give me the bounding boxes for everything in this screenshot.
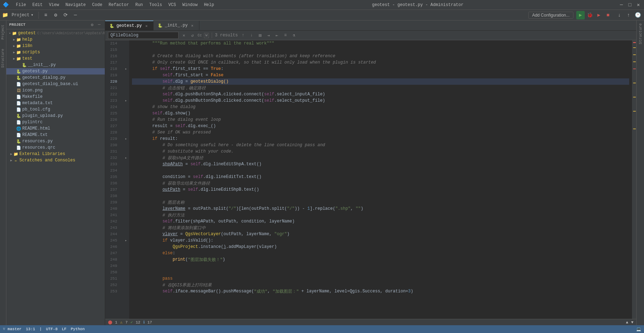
plugin-upload-icon: 🐍 <box>16 113 21 118</box>
gutter-247 <box>123 250 129 256</box>
whole-word-icon[interactable]: W <box>204 33 209 38</box>
tree-item-i18n[interactable]: ▶ 📁 i18n <box>6 43 105 49</box>
ln-248: 248 <box>105 256 120 263</box>
tree-item-test[interactable]: ▶ 📁 test <box>6 55 105 62</box>
tree-item-init[interactable]: ▶ 🐍 __init__.py <box>6 62 105 68</box>
root-expand-arrow: ▾ <box>8 31 12 35</box>
next-result-icon[interactable]: ↓ <box>248 32 255 38</box>
panel-minimize-icon[interactable]: ─ <box>96 22 102 28</box>
tree-item-pylintrc[interactable]: ▶ 📄 pylintrc <box>6 119 105 125</box>
vcs-update-button[interactable]: ↓ <box>615 11 624 19</box>
ln-214: 214 <box>105 40 120 47</box>
code-line-217: # Only create GUI ONCE in callback, so t… <box>132 59 629 66</box>
add-configuration-button[interactable]: Add Configuration... <box>528 12 573 19</box>
case-sensitive-icon[interactable]: Cc <box>198 34 202 37</box>
stop-button[interactable]: ■ <box>604 11 612 19</box>
tree-item-readme-txt[interactable]: ▶ 📄 README.txt <box>6 132 105 138</box>
code-line-228: # See if OK was pressed <box>132 129 629 136</box>
ln-246: 246 <box>105 244 120 250</box>
warning-indicator-5 <box>633 97 636 97</box>
search-close-icon[interactable]: ✕ <box>181 32 187 38</box>
tree-item-geotest-dialog[interactable]: ▶ 🐍 geotest_dialog.py <box>6 75 105 81</box>
sync-button[interactable]: ⟳ <box>61 11 70 19</box>
menu-window[interactable]: Window <box>180 2 200 8</box>
tree-item-icon[interactable]: ▶ 🖼 icon.png <box>6 87 105 94</box>
menu-run[interactable]: Run <box>132 2 146 8</box>
git-branch[interactable]: ⑂ master <box>3 327 22 331</box>
tree-item-resources-qrc[interactable]: ▶ 📄 resources.qrc <box>6 144 105 151</box>
minimize-button[interactable]: ─ <box>619 2 624 8</box>
tab-geotest-py[interactable]: 🐍 geotest.py ✕ <box>105 20 154 30</box>
tab-init-py[interactable]: 🐍 _init_.py ✕ <box>154 21 199 30</box>
tree-item-geotest[interactable]: ▶ 🐍 geotest.py <box>6 68 105 75</box>
project-side-tab[interactable]: Project <box>0 22 6 42</box>
tree-item-readme-html[interactable]: ▶ 🌐 README.html <box>6 125 105 132</box>
tab-geotest-close[interactable]: ✕ <box>144 23 149 28</box>
minimize-panel-button[interactable]: ─ <box>71 11 80 19</box>
close-button[interactable]: ✕ <box>636 2 641 8</box>
expand-icon[interactable]: ▲ <box>626 320 628 325</box>
menu-navigate[interactable]: Navigate <box>62 2 89 8</box>
tab-init-close[interactable]: ✕ <box>190 23 195 28</box>
collapse-all-button[interactable]: ≡ <box>42 11 50 19</box>
advanced-search-icon[interactable]: ⚗ <box>291 32 297 38</box>
warning-indicator-2 <box>633 54 636 55</box>
tree-item-resources-py[interactable]: ▶ 🐍 resources.py <box>6 138 105 144</box>
panel-gear-icon[interactable]: ⚙ <box>89 22 95 28</box>
structure-tab[interactable]: Structure <box>637 20 644 47</box>
code-content[interactable]: """Run method that performs all the real… <box>129 40 632 319</box>
menu-refactor[interactable]: Refactor <box>106 2 132 8</box>
gutter-217 <box>123 59 129 66</box>
title-bar: 🔷 File Edit View Navigate Code Refactor … <box>0 0 644 10</box>
search-input[interactable] <box>108 32 179 39</box>
menu-view[interactable]: View <box>46 2 62 8</box>
tree-root-item[interactable]: ▾ 📁 geotest C:\Users\Administrator\AppDa… <box>6 30 105 36</box>
ln-228: 228 <box>105 129 120 136</box>
menu-edit[interactable]: Edit <box>30 2 46 8</box>
tree-item-metadata[interactable]: ▶ 📄 metadata.txt <box>6 100 105 106</box>
gutter-219 <box>123 72 129 78</box>
run-button[interactable]: ▶ <box>576 11 585 19</box>
error-summary-panel <box>632 40 636 42</box>
gutter-231 <box>123 148 129 155</box>
run-with-coverage-button[interactable]: ▶ <box>595 11 603 19</box>
menu-tools[interactable]: Tools <box>146 2 165 8</box>
debug-button[interactable]: 🐞 <box>585 11 594 19</box>
tree-item-ui[interactable]: ▶ 📄 geotest_dialog_base.ui <box>6 81 105 87</box>
tree-item-external-libs[interactable]: ▶ 📁 External Libraries <box>6 151 105 157</box>
code-line-229: if result: <box>132 136 629 142</box>
collapse-icon[interactable]: ▼ <box>631 320 633 325</box>
vcs-commit-button[interactable]: ↑ <box>624 11 633 19</box>
warning-count-icon: ⚠ <box>120 320 123 325</box>
test-folder-icon: 📁 <box>16 56 21 61</box>
search-prev-icon[interactable]: ↺ <box>189 32 195 38</box>
menu-vcs[interactable]: VCS <box>165 2 179 8</box>
tree-item-makefile[interactable]: ▶ 📄 Makefile <box>6 94 105 100</box>
vcs-history-button[interactable]: 🕐 <box>633 11 642 19</box>
ln-236: 236 <box>105 180 120 186</box>
readme-txt-icon: 📄 <box>16 132 21 137</box>
menu-code[interactable]: Code <box>89 2 105 8</box>
ln-234: 234 <box>105 167 120 174</box>
menu-file[interactable]: File <box>13 2 29 8</box>
tree-item-help[interactable]: ▶ 📁 help <box>6 36 105 43</box>
i18n-folder-icon: 📁 <box>16 43 21 48</box>
file-encoding[interactable]: UTF-8 <box>46 327 58 331</box>
line-ending[interactable]: LF <box>62 327 66 331</box>
indent2-icon[interactable]: ⇤ <box>274 32 280 38</box>
search-settings-icon[interactable]: ≡ <box>282 32 289 38</box>
indent-icon[interactable]: ⇥ <box>265 32 272 38</box>
prev-result-icon[interactable]: ↑ <box>240 32 246 38</box>
tree-item-scripts[interactable]: ▶ 📁 scripts <box>6 49 105 55</box>
structure-side-tab[interactable]: Structure <box>0 46 6 71</box>
settings-button[interactable]: ⚙ <box>52 11 60 19</box>
maximize-button[interactable]: □ <box>627 2 633 8</box>
code-line-247: else: <box>132 250 629 256</box>
tree-item-scratches[interactable]: ▶ ✏ Scratches and Consoles <box>6 157 105 163</box>
project-dropdown[interactable]: Project ▾ <box>10 12 36 18</box>
filter-icon[interactable]: ⊞ <box>257 32 263 38</box>
tree-item-plugin-upload[interactable]: ▶ 🐍 plugin_upload.py <box>6 113 105 119</box>
menu-help[interactable]: Help <box>201 2 217 8</box>
file-type[interactable]: Python <box>71 327 85 331</box>
tree-item-pb-tool[interactable]: ▶ 📄 pb_tool.cfg <box>6 106 105 113</box>
